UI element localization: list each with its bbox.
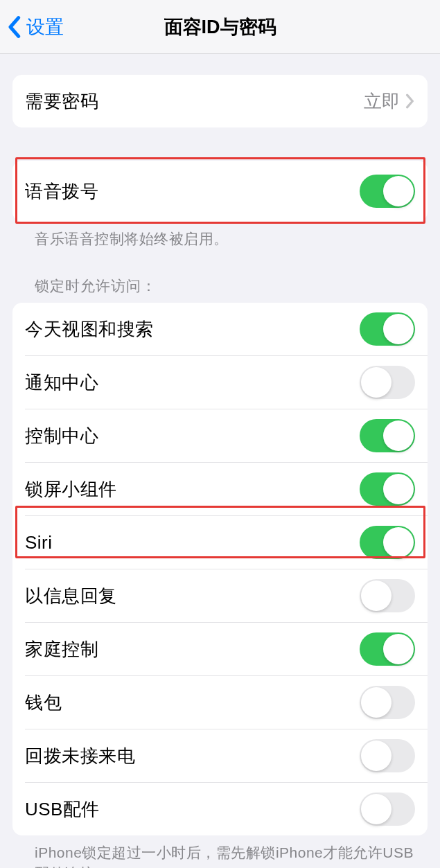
back-button[interactable]: 设置 bbox=[7, 15, 64, 39]
locked-item-label: 今天视图和搜索 bbox=[25, 317, 154, 342]
locked-item-row: 今天视图和搜索 bbox=[12, 303, 428, 355]
locked-item-label: Siri bbox=[25, 532, 53, 553]
locked-item-row: 以信息回复 bbox=[12, 569, 428, 622]
content-area: 需要密码 立即 语音拨号 音乐语音控制将始终被启用。 锁定时允许访问： 今天 bbox=[0, 75, 440, 868]
locked-item-row: 回拨未接来电 bbox=[12, 729, 428, 782]
locked-item-row: 家庭控制 bbox=[12, 623, 428, 675]
back-label: 设置 bbox=[26, 15, 64, 39]
locked-item-row: 锁屏小组件 bbox=[12, 463, 428, 515]
locked-item-toggle[interactable] bbox=[360, 579, 415, 612]
locked-item-toggle[interactable] bbox=[360, 419, 415, 452]
locked-item-row: USB配件 bbox=[12, 783, 428, 835]
locked-item-row: 控制中心 bbox=[12, 409, 428, 462]
chevron-right-icon bbox=[405, 94, 415, 109]
voice-dial-section: 语音拨号 音乐语音控制将始终被启用。 bbox=[12, 161, 428, 249]
locked-item-toggle[interactable] bbox=[360, 632, 415, 666]
navigation-header: 设置 面容ID与密码 bbox=[0, 0, 440, 54]
locked-item-row: 通知中心 bbox=[12, 356, 428, 409]
require-passcode-section: 需要密码 立即 bbox=[12, 75, 428, 127]
voice-dial-toggle[interactable] bbox=[360, 175, 415, 208]
page-title: 面容ID与密码 bbox=[0, 15, 440, 39]
require-passcode-value: 立即 bbox=[364, 89, 400, 114]
require-passcode-label: 需要密码 bbox=[25, 89, 98, 114]
locked-access-header: 锁定时允许访问： bbox=[35, 276, 428, 296]
voice-dial-label: 语音拨号 bbox=[25, 179, 98, 204]
locked-item-label: USB配件 bbox=[25, 797, 100, 822]
locked-item-toggle[interactable] bbox=[360, 312, 415, 346]
locked-item-label: 钱包 bbox=[25, 691, 62, 715]
locked-access-section: 锁定时允许访问： 今天视图和搜索通知中心控制中心锁屏小组件Siri以信息回复家庭… bbox=[12, 276, 428, 868]
locked-item-toggle[interactable] bbox=[360, 739, 415, 772]
locked-item-label: 回拨未接来电 bbox=[25, 744, 135, 768]
locked-item-row: Siri bbox=[12, 516, 428, 569]
require-passcode-row[interactable]: 需要密码 立即 bbox=[12, 75, 428, 127]
locked-item-label: 锁屏小组件 bbox=[25, 477, 117, 502]
locked-access-list: 今天视图和搜索通知中心控制中心锁屏小组件Siri以信息回复家庭控制钱包回拨未接来… bbox=[12, 303, 428, 835]
locked-item-toggle[interactable] bbox=[360, 686, 415, 719]
voice-dial-row: 语音拨号 bbox=[12, 161, 428, 222]
locked-access-footer: iPhone锁定超过一小时后，需先解锁iPhone才能允许USB配件连接。 bbox=[35, 842, 415, 868]
locked-item-toggle[interactable] bbox=[360, 366, 415, 399]
locked-item-label: 家庭控制 bbox=[25, 637, 98, 662]
locked-item-toggle[interactable] bbox=[360, 526, 415, 559]
voice-dial-footer: 音乐语音控制将始终被启用。 bbox=[35, 229, 415, 249]
locked-item-toggle[interactable] bbox=[360, 792, 415, 826]
locked-item-row: 钱包 bbox=[12, 676, 428, 729]
locked-item-toggle[interactable] bbox=[360, 472, 415, 506]
locked-item-label: 以信息回复 bbox=[25, 584, 117, 608]
locked-item-label: 通知中心 bbox=[25, 371, 98, 395]
chevron-left-icon bbox=[7, 15, 21, 39]
locked-item-label: 控制中心 bbox=[25, 424, 98, 448]
